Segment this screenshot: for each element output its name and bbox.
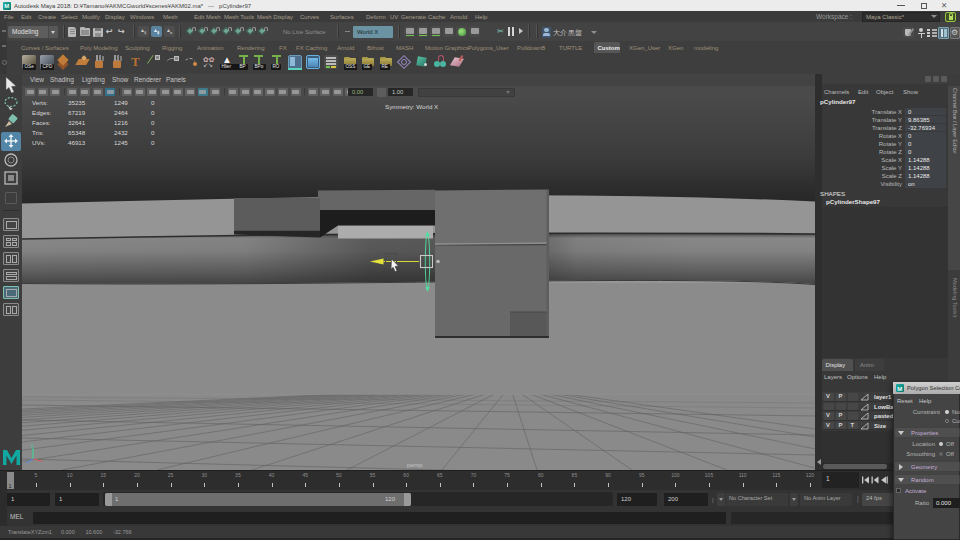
svg-text:0: 0 — [151, 109, 155, 116]
svg-text:2432: 2432 — [114, 129, 128, 136]
svg-text:35235: 35235 — [68, 99, 86, 106]
svg-text:0: 0 — [151, 119, 155, 126]
svg-text:1216: 1216 — [114, 119, 128, 126]
svg-text:1249: 1249 — [114, 99, 128, 106]
svg-text:32641: 32641 — [68, 119, 86, 126]
svg-text:Tris:: Tris: — [32, 129, 44, 136]
svg-text:0: 0 — [151, 139, 155, 146]
svg-text:46913: 46913 — [68, 139, 86, 146]
svg-text:1245: 1245 — [114, 139, 128, 146]
svg-text:Verts:: Verts: — [32, 99, 48, 106]
svg-text:65348: 65348 — [68, 129, 86, 136]
svg-text:UVs:: UVs: — [32, 139, 46, 146]
svg-text:Symmetry: World X: Symmetry: World X — [385, 103, 438, 110]
svg-text:0: 0 — [151, 99, 155, 106]
svg-text:persp: persp — [407, 461, 423, 468]
svg-text:67219: 67219 — [68, 109, 86, 116]
svg-text:Faces:: Faces: — [32, 119, 51, 126]
svg-text:Edges:: Edges: — [32, 109, 52, 116]
svg-text:2464: 2464 — [114, 109, 128, 116]
svg-text:0: 0 — [151, 129, 155, 136]
